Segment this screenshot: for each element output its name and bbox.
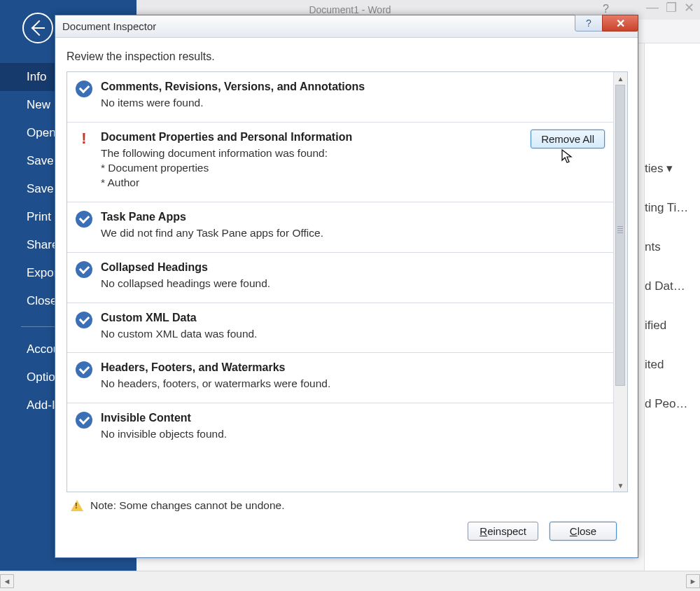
- result-details: * Document properties* Author: [101, 161, 603, 190]
- reinspect-label: einspect: [487, 525, 526, 537]
- results-list: Comments, Revisions, Versions, and Annot…: [67, 72, 613, 492]
- word-title: Document1 - Word: [309, 4, 391, 15]
- result-title: Comments, Revisions, Versions, and Annot…: [101, 81, 603, 93]
- restore-icon[interactable]: ❐: [666, 0, 677, 15]
- minimize-icon[interactable]: —: [646, 0, 659, 15]
- close-icon: ✕: [616, 17, 625, 30]
- scroll-up-button[interactable]: ▲: [614, 72, 627, 85]
- check-icon: [76, 361, 92, 378]
- scroll-right-button[interactable]: ►: [686, 574, 700, 588]
- result-item: Collapsed HeadingsNo collapsed headings …: [67, 253, 613, 303]
- horizontal-scrollbar[interactable]: ◄ ►: [0, 571, 700, 591]
- remove-all-button[interactable]: Remove All: [531, 130, 605, 148]
- check-icon: [76, 261, 92, 278]
- scroll-left-button[interactable]: ◄: [0, 574, 14, 588]
- property-label: ties ▾: [645, 148, 700, 188]
- result-item: Comments, Revisions, Versions, and Annot…: [67, 72, 613, 123]
- result-title: Task Pane Apps: [101, 211, 603, 223]
- property-label: d Peo…: [645, 384, 700, 424]
- dialog-close-button[interactable]: ✕: [602, 15, 638, 32]
- dialog-help-button[interactable]: ?: [575, 15, 603, 32]
- property-label: ting Ti…: [645, 188, 700, 228]
- alert-icon: !: [76, 131, 92, 146]
- scrollbar-thumb[interactable]: [615, 85, 625, 386]
- close-label: lose: [578, 525, 597, 537]
- result-item: !Document Properties and Personal Inform…: [67, 123, 613, 202]
- result-title: Invisible Content: [101, 412, 603, 424]
- check-icon: [76, 312, 92, 328]
- note-text: Note: Some changes cannot be undone.: [90, 499, 284, 512]
- close-button[interactable]: Close: [550, 522, 617, 541]
- warning-icon: [71, 500, 83, 511]
- dialog-title: Document Inspector: [62, 20, 156, 32]
- dialog-button-row: Reinspect Close: [66, 515, 628, 552]
- result-item: Invisible ContentNo invisible objects fo…: [67, 403, 613, 453]
- dialog-titlebar[interactable]: Document Inspector ? ✕: [55, 15, 638, 38]
- property-label: ited: [645, 345, 700, 384]
- result-description: We did not find any Task Pane apps for O…: [101, 226, 603, 241]
- window-controls: — ❐ ✕: [646, 0, 694, 15]
- check-icon: [76, 211, 92, 228]
- back-button[interactable]: [22, 13, 53, 43]
- note-row: Note: Some changes cannot be undone.: [66, 492, 628, 515]
- result-description: No headers, footers, or watermarks were …: [101, 377, 603, 391]
- scroll-track[interactable]: [15, 574, 685, 588]
- document-inspector-dialog: Document Inspector ? ✕ Review the inspec…: [55, 15, 638, 558]
- result-description: No custom XML data was found.: [101, 327, 603, 342]
- result-title: Headers, Footers, and Watermarks: [101, 361, 603, 374]
- result-description: No items were found.: [101, 96, 603, 111]
- result-item: Custom XML DataNo custom XML data was fo…: [67, 303, 613, 354]
- properties-panel-peek: ties ▾ting Ti…ntsd Dat…ifieditedd Peo…: [644, 43, 700, 571]
- property-label: d Dat…: [645, 267, 700, 306]
- dialog-body: Review the inspection results. Comments,…: [55, 38, 638, 557]
- results-scrollbar[interactable]: ▲ ▼: [613, 72, 627, 492]
- result-title: Document Properties and Personal Informa…: [101, 131, 603, 144]
- result-title: Collapsed Headings: [101, 261, 603, 274]
- close-icon[interactable]: ✕: [684, 0, 694, 15]
- property-label: ified: [645, 306, 700, 345]
- reinspect-button[interactable]: Reinspect: [468, 522, 538, 541]
- scrollbar-grip-icon: [617, 226, 623, 233]
- result-item: Headers, Footers, and WatermarksNo heade…: [67, 353, 613, 403]
- result-description: The following document information was f…: [101, 146, 603, 161]
- instruction-text: Review the inspection results.: [66, 50, 628, 63]
- result-title: Custom XML Data: [101, 312, 603, 324]
- help-icon[interactable]: ?: [603, 3, 609, 15]
- scroll-down-button[interactable]: ▼: [614, 479, 627, 492]
- result-description: No invisible objects found.: [101, 427, 603, 442]
- check-icon: [76, 81, 92, 97]
- property-label: nts: [645, 228, 700, 267]
- result-description: No collapsed headings were found.: [101, 277, 603, 291]
- results-box: Comments, Revisions, Versions, and Annot…: [66, 71, 628, 492]
- result-item: Task Pane AppsWe did not find any Task P…: [67, 202, 613, 253]
- back-arrow-icon: [31, 21, 45, 35]
- check-icon: [76, 412, 92, 429]
